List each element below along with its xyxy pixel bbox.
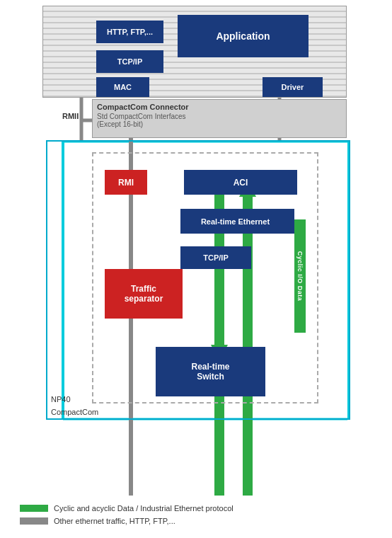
connector-area: CompactCom Connector Std CompactCom Inte…	[92, 99, 347, 138]
legend-color-gray	[20, 517, 48, 525]
compactcom-label: CompactCom	[51, 408, 98, 416]
cyclic-io-label: Cyclic I/O Data	[294, 219, 306, 333]
rmii-label: RMII	[62, 112, 79, 120]
legend-item-green: Cyclic and acyclic Data / Industrial Eth…	[20, 504, 234, 513]
realtime-switch-box: Real-time Switch	[156, 347, 265, 396]
np40-label: NP40	[51, 395, 71, 404]
mac-box: MAC	[96, 77, 149, 97]
application-box: Application	[178, 15, 309, 57]
rmi-box: RMI	[105, 170, 147, 195]
tcpip-inner-box: TCP/IP	[180, 246, 251, 269]
traffic-separator-box: Traffic separator	[105, 269, 183, 319]
legend: Cyclic and acyclic Data / Industrial Eth…	[20, 504, 234, 525]
host-area: HTTP, FTP,... Application TCP/IP MAC Dri…	[42, 6, 347, 98]
realtime-ethernet-box: Real-time Ethernet	[180, 209, 290, 234]
legend-green-text: Cyclic and acyclic Data / Industrial Eth…	[54, 504, 234, 513]
driver-box: Driver	[263, 77, 323, 97]
connector-title: CompactCom Connector	[93, 100, 346, 113]
legend-color-green	[20, 505, 48, 512]
legend-gray-text: Other ethernet traffic, HTTP, FTP,...	[54, 517, 175, 525]
diagram-container: HTTP, FTP,... Application TCP/IP MAC Dri…	[0, 0, 392, 538]
http-box: HTTP, FTP,...	[96, 21, 163, 43]
connector-subtitle: Std CompactCom Interfaces (Except 16-bit…	[93, 113, 346, 128]
legend-item-gray: Other ethernet traffic, HTTP, FTP,...	[20, 517, 234, 525]
aci-box: ACI	[184, 170, 297, 195]
host-tcpip-box: TCP/IP	[96, 50, 163, 73]
